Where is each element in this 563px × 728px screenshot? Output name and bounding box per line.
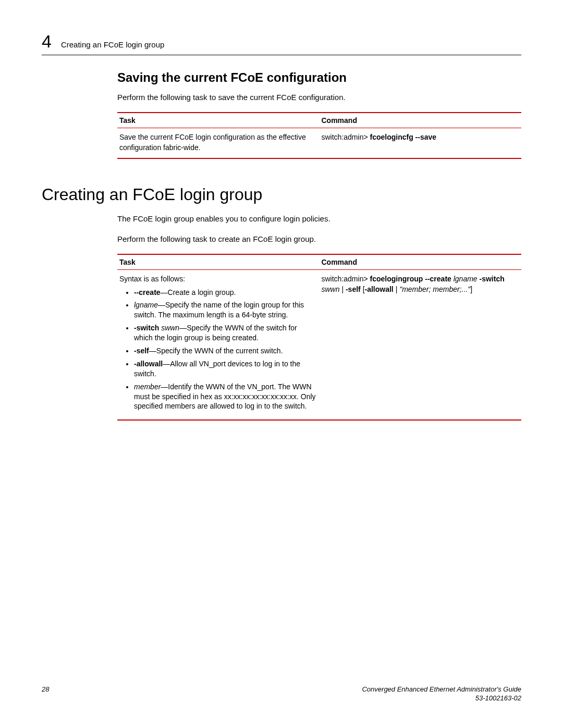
header-title: Creating an FCoE login group bbox=[61, 40, 164, 49]
opt-self-desc: —Specify the WWN of the current switch. bbox=[149, 347, 283, 355]
opt-member-desc: —Identify the WWN of the VN_port. The WW… bbox=[134, 382, 316, 411]
p1: The FCoE login group enables you to conf… bbox=[117, 214, 521, 224]
opt-lgname-desc: —Specify the name of the login group for… bbox=[134, 301, 304, 319]
opt-allowall: -allowall bbox=[134, 360, 163, 368]
opt-create: --create bbox=[134, 288, 161, 297]
doc-number: 53-1002163-02 bbox=[475, 694, 521, 702]
cmd-prefix: switch:admin> bbox=[322, 275, 370, 283]
cmd-b2: -switch bbox=[480, 275, 505, 283]
cmd-b3: -self bbox=[346, 285, 363, 293]
col-command: Command bbox=[320, 254, 522, 270]
cmd-cell: switch:admin> fcoelogingroup --create lg… bbox=[320, 269, 522, 420]
list-item: -self—Specify the WWN of the current swi… bbox=[134, 346, 317, 356]
task-cell: Syntax is as follows: --create—Create a … bbox=[117, 269, 320, 420]
list-item: member—Identify the WWN of the VN_port. … bbox=[134, 382, 317, 412]
table-row: Syntax is as follows: --create—Create a … bbox=[117, 269, 521, 420]
page-number: 28 bbox=[42, 685, 49, 693]
col-task: Task bbox=[117, 113, 320, 128]
cmd-mid: | bbox=[341, 285, 346, 293]
list-item: lgname—Specify the name of the login gro… bbox=[134, 300, 317, 320]
chapter-number: 4 bbox=[42, 31, 52, 52]
opt-self: -self bbox=[134, 347, 149, 355]
footer: 28 Converged Enhanced Ethernet Administr… bbox=[42, 685, 521, 703]
col-command: Command bbox=[320, 113, 522, 128]
cmd-b4: -allowall bbox=[365, 285, 394, 293]
opt-switch: -switch bbox=[134, 324, 161, 332]
opt-lgname: lgname bbox=[134, 301, 158, 309]
opt-switch-i: swwn bbox=[161, 324, 179, 332]
cmd-close: ] bbox=[470, 285, 472, 293]
p2: Perform the following task to create an … bbox=[117, 234, 521, 244]
col-task: Task bbox=[117, 254, 320, 270]
task-cell: Save the current FCoE login configuratio… bbox=[117, 128, 320, 159]
cmd-b1: fcoelogingroup --create bbox=[370, 275, 453, 283]
save-table: Task Command Save the current FCoE login… bbox=[117, 112, 521, 159]
page: 4 Creating an FCoE login group Saving th… bbox=[0, 0, 563, 728]
section-heading: Saving the current FCoE configuration bbox=[117, 70, 521, 85]
section-intro: Perform the following task to save the c… bbox=[117, 92, 521, 103]
opt-member: member bbox=[134, 382, 161, 391]
content: Saving the current FCoE configuration Pe… bbox=[42, 70, 521, 431]
section-create: The FCoE login group enables you to conf… bbox=[117, 214, 521, 421]
table-row: Save the current FCoE login configuratio… bbox=[117, 128, 521, 159]
cmd-i2: swwn bbox=[322, 285, 342, 293]
syntax-intro: Syntax is as follows: bbox=[119, 275, 185, 283]
cmd-mid2: | bbox=[394, 285, 399, 293]
list-item: -allowall—Allow all VN_port devices to l… bbox=[134, 359, 317, 379]
opt-create-desc: —Create a login group. bbox=[161, 288, 236, 297]
syntax-list: --create—Create a login group. lgname—Sp… bbox=[119, 288, 317, 412]
list-item: --create—Create a login group. bbox=[134, 288, 317, 298]
cmd-i1: lgname bbox=[454, 275, 480, 283]
cmd-cell: switch:admin> fcoelogincfg --save bbox=[320, 128, 522, 159]
list-item: -switch swwn—Specify the WWN of the swit… bbox=[134, 323, 317, 343]
create-table: Task Command Syntax is as follows: --cre… bbox=[117, 254, 521, 421]
footer-guide: Converged Enhanced Ethernet Administrato… bbox=[362, 685, 521, 703]
guide-title: Converged Enhanced Ethernet Administrato… bbox=[362, 685, 521, 693]
section-heading-large: Creating an FCoE login group bbox=[42, 185, 521, 204]
section-saving: Saving the current FCoE configuration Pe… bbox=[117, 70, 521, 159]
cmd-bold: fcoelogincfg --save bbox=[370, 133, 436, 141]
page-header: 4 Creating an FCoE login group bbox=[42, 31, 521, 55]
cmd-i3: "member; member;..." bbox=[399, 285, 470, 293]
cmd-prefix: switch:admin> bbox=[322, 133, 370, 141]
